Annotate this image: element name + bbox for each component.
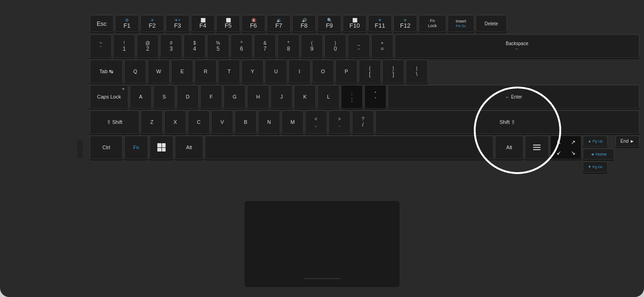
key-m[interactable]: M [282, 110, 304, 134]
key-delete[interactable]: Delete [476, 15, 507, 32]
key-backslash[interactable]: | \ [406, 59, 428, 83]
alt-left-label: Alt [186, 145, 192, 150]
key-pgup[interactable]: ▲ Pg Up [583, 135, 608, 147]
key-1[interactable]: ! 1 [113, 34, 135, 58]
key-f[interactable]: F [200, 85, 222, 109]
key-minus[interactable]: _ - [348, 34, 370, 58]
key-home[interactable]: ◄ Home [583, 148, 614, 160]
key-2[interactable]: @ 2 [137, 34, 159, 58]
key-windows[interactable] [150, 135, 173, 159]
key-f10[interactable]: ⬜ F10 [343, 15, 367, 32]
key-slash[interactable]: ? / [352, 110, 374, 134]
f2-label: F2 [149, 23, 155, 29]
key-caps-lock[interactable]: Caps Lock [90, 85, 128, 109]
shift-right-label: Shift ⇧ [500, 119, 515, 125]
key-9[interactable]: ( 9 [301, 34, 323, 58]
fn-row: Esc ⚙ F1 ☀ F2 ☀+ F3 ⬜ F4 ⬜ [90, 15, 639, 32]
f9-label: F9 [326, 23, 333, 29]
key-fn[interactable]: Fn [124, 135, 148, 159]
touchpad[interactable] [244, 200, 400, 288]
key-alt-right[interactable]: Alt [495, 135, 523, 159]
f-label: F [210, 94, 213, 99]
key-backspace[interactable]: Backspace ← [395, 34, 639, 58]
key-f2[interactable]: ☀ F2 [140, 15, 164, 32]
key-p[interactable]: P [335, 59, 357, 83]
key-f12[interactable]: ✈ F12 [393, 15, 417, 32]
key-0[interactable]: ) 0 [324, 34, 346, 58]
key-period[interactable]: > . [328, 110, 351, 134]
key-f5[interactable]: ⬜ F5 [216, 15, 240, 32]
e-label: E [180, 69, 184, 74]
key-bracket-l[interactable]: { [ [359, 59, 381, 83]
key-f8[interactable]: 🔊 F8 [292, 15, 316, 32]
enter-label: ← Enter [505, 94, 522, 99]
key-f9[interactable]: 🔍 F9 [317, 15, 341, 32]
l-label: L [327, 94, 330, 99]
esc-label: Esc [97, 21, 107, 27]
key-f4[interactable]: ⬜ F4 [191, 15, 215, 32]
insert-label: Insert [456, 19, 466, 24]
key-alt-left[interactable]: Alt [175, 135, 203, 159]
tab-label: Tab ↹ [99, 69, 113, 75]
nav-keys-group: ▲ Pg Up ◄ Home ▼ Pg Dn [583, 135, 614, 173]
key-f1[interactable]: ⚙ F1 [115, 15, 139, 32]
key-z[interactable]: Z [141, 110, 163, 134]
key-equals[interactable]: + = [371, 34, 393, 58]
key-fn-lock[interactable]: Fn Lock [419, 15, 446, 32]
key-q[interactable]: Q [124, 59, 146, 83]
key-5[interactable]: % 5 [207, 34, 229, 58]
key-6[interactable]: ^ 6 [230, 34, 253, 58]
key-f11[interactable]: ✈ F11 [368, 15, 392, 32]
key-n[interactable]: N [258, 110, 280, 134]
key-space[interactable] [205, 135, 494, 159]
key-d[interactable]: D [177, 85, 199, 109]
key-l[interactable]: L [317, 85, 339, 109]
key-f6[interactable]: 🔇 F6 [242, 15, 265, 32]
key-menu[interactable] [525, 135, 549, 159]
key-shift-right[interactable]: Shift ⇧ [375, 110, 639, 134]
key-g[interactable]: G [224, 85, 246, 109]
key-end[interactable]: End ► [615, 135, 639, 147]
key-esc[interactable]: Esc [90, 15, 114, 32]
key-enter[interactable]: ← Enter [388, 85, 639, 109]
key-tilde[interactable]: ~ ` [90, 34, 112, 58]
key-b[interactable]: B [235, 110, 257, 134]
key-k[interactable]: K [294, 85, 316, 109]
key-y[interactable]: Y [242, 59, 264, 83]
key-f3[interactable]: ☀+ F3 [166, 15, 190, 32]
key-4[interactable]: $ 4 [184, 34, 206, 58]
key-r[interactable]: R [195, 59, 217, 83]
key-semicolon[interactable]: : ; [341, 85, 363, 109]
key-c[interactable]: C [188, 110, 210, 134]
key-ctrl[interactable]: Ctrl [90, 135, 123, 159]
key-arrow-cluster[interactable]: ↖ ↗ ↙ ↘ [550, 135, 581, 159]
key-tab[interactable]: Tab ↹ [90, 59, 123, 83]
key-3[interactable]: # 3 [160, 34, 182, 58]
key-o[interactable]: O [312, 59, 334, 83]
h-label: H [256, 94, 260, 99]
key-f7[interactable]: 🔉 F7 [267, 15, 291, 32]
key-a[interactable]: A [130, 85, 152, 109]
key-h[interactable]: H [247, 85, 269, 109]
keyboard-area: Esc ⚙ F1 ☀ F2 ☀+ F3 ⬜ F4 ⬜ [90, 15, 639, 228]
key-7[interactable]: & 7 [254, 34, 276, 58]
key-x[interactable]: X [164, 110, 186, 134]
key-w[interactable]: W [148, 59, 170, 83]
key-bracket-r[interactable]: } ] [382, 59, 404, 83]
caps-indicator [122, 88, 124, 90]
key-t[interactable]: T [218, 59, 240, 83]
key-quote[interactable]: " ' [364, 85, 386, 109]
key-shift-left[interactable]: ⇧ Shift [90, 110, 139, 134]
key-s[interactable]: S [153, 85, 175, 109]
key-insert[interactable]: Insert Prt Sc [448, 15, 474, 32]
key-v[interactable]: V [211, 110, 233, 134]
key-e[interactable]: E [171, 59, 193, 83]
key-i[interactable]: I [288, 59, 310, 83]
qwerty-row: Tab ↹ Q W E R T Y U I O P { [ [90, 59, 639, 83]
key-8[interactable]: * 8 [277, 34, 299, 58]
key-pgdn[interactable]: ▼ Pg Dn [583, 161, 608, 173]
key-u[interactable]: U [265, 59, 287, 83]
f11-label: F11 [375, 23, 385, 29]
key-comma[interactable]: < , [305, 110, 327, 134]
key-j[interactable]: J [270, 85, 293, 109]
